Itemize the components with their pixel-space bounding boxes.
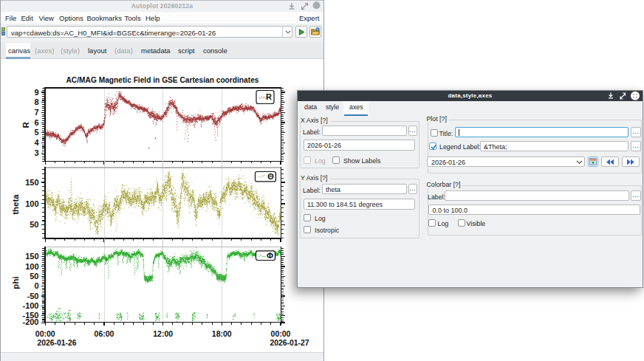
svg-text:R: R — [266, 92, 272, 101]
svg-text:00:00: 00:00 — [35, 329, 55, 338]
svg-text:-100: -100 — [22, 301, 38, 310]
svg-text:Φ: Φ — [267, 251, 273, 260]
svg-text:R: R — [21, 121, 30, 128]
svg-text:50: 50 — [30, 272, 38, 281]
svg-text:-50: -50 — [27, 292, 39, 300]
svg-text:100: 100 — [25, 199, 38, 208]
svg-text:18:00: 18:00 — [212, 329, 232, 338]
svg-text:2026-01-27: 2026-01-27 — [270, 339, 309, 347]
svg-text:12:00: 12:00 — [153, 329, 173, 338]
svg-text:theta: theta — [11, 194, 20, 215]
svg-text:phi: phi — [11, 276, 20, 289]
svg-text:2026-01-26: 2026-01-26 — [37, 339, 76, 347]
svg-text:50: 50 — [30, 220, 38, 229]
svg-text:3: 3 — [34, 148, 38, 157]
svg-text:00:00: 00:00 — [271, 329, 291, 338]
svg-text:AC/MAG Magnetic Field in GSE: AC/MAG Magnetic Field in GSE Cartesian c… — [66, 76, 259, 84]
svg-text:8: 8 — [34, 97, 38, 106]
svg-text:0: 0 — [34, 281, 38, 290]
svg-text:4: 4 — [34, 138, 39, 147]
svg-text:5: 5 — [34, 128, 38, 137]
svg-text:Θ: Θ — [267, 172, 274, 181]
svg-text:100: 100 — [25, 262, 38, 271]
svg-text:-200: -200 — [22, 317, 38, 326]
svg-text:150: 150 — [25, 178, 38, 187]
svg-text:150: 150 — [25, 252, 38, 261]
svg-text:6: 6 — [34, 118, 38, 127]
svg-text:9: 9 — [34, 88, 38, 97]
svg-text:7: 7 — [34, 108, 38, 117]
svg-text:06:00: 06:00 — [95, 329, 114, 338]
